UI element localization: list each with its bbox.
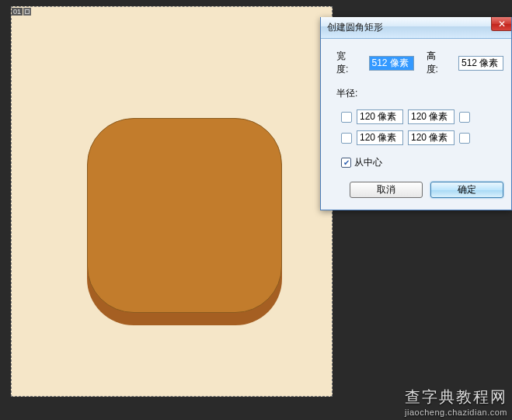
watermark-url: jiaocheng.chazidian.com: [405, 408, 507, 417]
width-label: 宽度:: [336, 50, 354, 76]
size-row: 宽度: 高度:: [336, 50, 503, 76]
link-icon-top-right[interactable]: [459, 112, 470, 123]
radius-label: 半径:: [336, 87, 503, 100]
height-input[interactable]: [458, 56, 503, 71]
create-rounded-rect-dialog: 创建圆角矩形 ✕ 宽度: 高度: 半径:: [320, 17, 512, 210]
dialog-button-row: 取消 确定: [336, 182, 503, 198]
doc-tab-icon: [23, 8, 31, 16]
cancel-button[interactable]: 取消: [350, 182, 423, 198]
radius-row-top: [341, 109, 503, 124]
width-input[interactable]: [369, 56, 414, 71]
dialog-titlebar[interactable]: 创建圆角矩形 ✕: [321, 17, 511, 39]
radius-row-bottom: [341, 130, 503, 145]
radius-bottom-left-input[interactable]: [357, 130, 403, 145]
doc-tab-number: 01: [12, 8, 23, 16]
from-center-checkbox[interactable]: ✔: [341, 158, 351, 168]
radius-bottom-right-input[interactable]: [408, 130, 455, 145]
close-button[interactable]: ✕: [491, 17, 511, 31]
radius-grid: [341, 109, 503, 145]
close-icon: ✕: [498, 19, 506, 30]
watermark: 查字典教程网 jiaocheng.chazidian.com: [405, 387, 507, 417]
document-tab-marks: 01: [12, 8, 31, 16]
radius-top-right-input[interactable]: [408, 109, 455, 124]
link-icon-top-left[interactable]: [341, 112, 352, 123]
watermark-title: 查字典教程网: [405, 387, 507, 408]
from-center-label: 从中心: [354, 156, 382, 169]
link-icon-bottom-left[interactable]: [341, 133, 352, 144]
dialog-body: 宽度: 高度: 半径: ✔ 从中心 取消: [321, 39, 511, 206]
ok-button[interactable]: 确定: [430, 182, 503, 198]
dialog-title: 创建圆角矩形: [327, 21, 383, 34]
canvas-area: [11, 6, 333, 397]
link-icon-bottom-right[interactable]: [459, 133, 470, 144]
height-label: 高度:: [427, 50, 444, 76]
from-center-row: ✔ 从中心: [341, 156, 503, 169]
rounded-rect-shape[interactable]: [87, 118, 282, 313]
radius-top-left-input[interactable]: [357, 109, 403, 124]
